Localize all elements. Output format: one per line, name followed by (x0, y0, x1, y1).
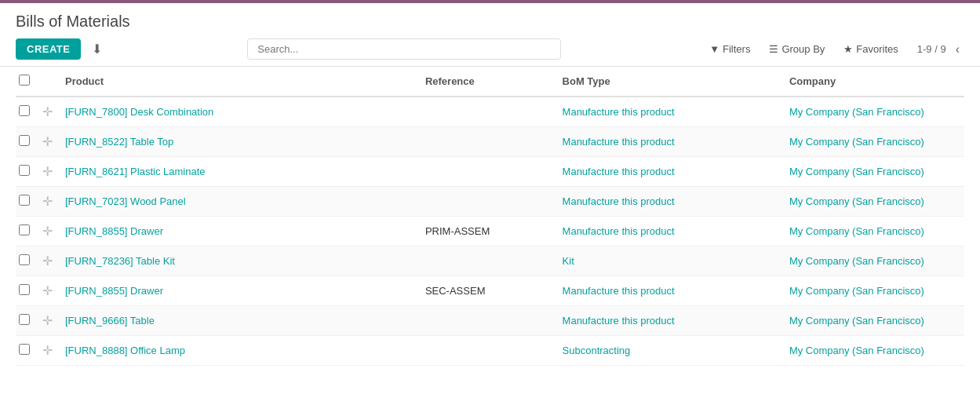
product-link[interactable]: [FURN_7800] Desk Combination (65, 106, 213, 118)
company-cell: My Company (San Francisco) (783, 246, 964, 276)
product-link[interactable]: [FURN_8888] Office Lamp (65, 345, 185, 356)
product-cell: [FURN_8855] Drawer (59, 276, 419, 306)
company-link[interactable]: My Company (San Francisco) (789, 225, 924, 237)
company-link[interactable]: My Company (San Francisco) (789, 166, 924, 177)
groupby-button[interactable]: ☰ Group By (761, 39, 832, 59)
drag-handle[interactable]: ✛ (36, 157, 59, 187)
column-header-reference[interactable]: Reference (419, 67, 556, 97)
company-link[interactable]: My Company (San Francisco) (789, 315, 924, 327)
table-row: ✛ [FURN_7023] Wood Panel Manufacture thi… (16, 187, 964, 217)
row-checkbox[interactable] (19, 254, 30, 265)
row-checkbox[interactable] (19, 105, 30, 116)
drag-handle[interactable]: ✛ (36, 336, 59, 366)
bom-type-cell: Manufacture this product (556, 157, 783, 187)
bom-type-link[interactable]: Manufacture this product (563, 166, 675, 177)
toolbar-left: CREATE ⬇ (16, 38, 107, 60)
groupby-label: Group By (781, 43, 825, 55)
bom-type-link[interactable]: Manufacture this product (563, 195, 675, 207)
row-checkbox-cell (16, 217, 36, 246)
row-checkbox-cell (16, 187, 36, 217)
row-checkbox[interactable] (19, 344, 30, 355)
company-cell: My Company (San Francisco) (783, 217, 964, 246)
product-cell: [FURN_9666] Table (59, 306, 419, 336)
row-checkbox-cell (16, 276, 36, 306)
bom-type-link[interactable]: Manufacture this product (563, 225, 675, 237)
bom-type-cell: Manufacture this product (556, 187, 783, 217)
reference-cell (419, 336, 556, 366)
toolbar: CREATE ⬇ ▼ Filters ☰ Group By ★ Favorite… (16, 38, 964, 60)
row-checkbox-cell (16, 306, 36, 336)
create-button[interactable]: CREATE (16, 38, 81, 60)
bom-type-link[interactable]: Manufacture this product (563, 285, 675, 297)
product-link[interactable]: [FURN_7023] Wood Panel (65, 195, 186, 207)
prev-page-button[interactable]: ‹ (951, 41, 964, 58)
bom-table: Product Reference BoM Type Company ✛ [FU… (16, 67, 964, 366)
bom-type-cell: Subcontracting (556, 336, 783, 366)
company-link[interactable]: My Company (San Francisco) (789, 106, 924, 118)
filters-label: Filters (723, 43, 750, 55)
drag-handle[interactable]: ✛ (36, 217, 59, 246)
row-checkbox[interactable] (19, 224, 30, 235)
reference-cell (419, 157, 556, 187)
bom-type-link[interactable]: Kit (563, 255, 574, 267)
reference-cell (419, 246, 556, 276)
table-row: ✛ [FURN_78236] Table Kit Kit My Company … (16, 246, 964, 276)
pagination-text: 1-9 / 9 (917, 43, 946, 55)
bom-type-cell: Manufacture this product (556, 276, 783, 306)
row-checkbox[interactable] (19, 165, 30, 176)
product-link[interactable]: [FURN_8522] Table Top (65, 136, 173, 148)
bom-type-link[interactable]: Manufacture this product (563, 106, 675, 118)
search-input[interactable] (247, 38, 561, 60)
drag-handle[interactable]: ✛ (36, 276, 59, 306)
product-cell: [FURN_8855] Drawer (59, 217, 419, 246)
row-checkbox[interactable] (19, 284, 30, 295)
bom-type-link[interactable]: Subcontracting (563, 345, 631, 356)
table-header-row: Product Reference BoM Type Company (16, 67, 964, 97)
favorites-button[interactable]: ★ Favorites (836, 39, 905, 59)
bom-type-link[interactable]: Manufacture this product (563, 315, 675, 327)
product-cell: [FURN_7023] Wood Panel (59, 187, 419, 217)
select-all-cell (16, 67, 36, 97)
table-row: ✛ [FURN_8855] Drawer SEC-ASSEM Manufactu… (16, 276, 964, 306)
company-link[interactable]: My Company (San Francisco) (789, 285, 924, 297)
product-cell: [FURN_7800] Desk Combination (59, 97, 419, 127)
product-link[interactable]: [FURN_8621] Plastic Laminate (65, 166, 205, 177)
drag-handle[interactable]: ✛ (36, 97, 59, 127)
table-body: ✛ [FURN_7800] Desk Combination Manufactu… (16, 97, 964, 366)
download-button[interactable]: ⬇ (87, 38, 107, 60)
reference-cell (419, 306, 556, 336)
column-header-bom-type[interactable]: BoM Type (556, 67, 783, 97)
row-checkbox[interactable] (19, 195, 30, 206)
drag-handle[interactable]: ✛ (36, 246, 59, 276)
page-header: Bills of Materials CREATE ⬇ ▼ Filters ☰ … (0, 3, 980, 67)
drag-handle[interactable]: ✛ (36, 127, 59, 157)
groupby-icon: ☰ (769, 43, 778, 55)
pagination: 1-9 / 9 ‹ (917, 41, 964, 58)
company-cell: My Company (San Francisco) (783, 336, 964, 366)
filters-button[interactable]: ▼ Filters (701, 39, 758, 59)
row-checkbox-cell (16, 246, 36, 276)
bom-type-link[interactable]: Manufacture this product (563, 136, 675, 148)
company-link[interactable]: My Company (San Francisco) (789, 255, 924, 267)
column-header-company[interactable]: Company (783, 67, 964, 97)
column-header-product[interactable]: Product (59, 67, 419, 97)
select-all-checkbox[interactable] (19, 75, 30, 86)
row-checkbox[interactable] (19, 135, 30, 146)
drag-handle[interactable]: ✛ (36, 187, 59, 217)
drag-col-header (36, 67, 59, 97)
company-link[interactable]: My Company (San Francisco) (789, 136, 924, 148)
bom-type-cell: Manufacture this product (556, 97, 783, 127)
download-icon: ⬇ (92, 42, 102, 56)
product-link[interactable]: [FURN_78236] Table Kit (65, 255, 175, 267)
product-cell: [FURN_8522] Table Top (59, 127, 419, 157)
product-link[interactable]: [FURN_8855] Drawer (65, 285, 163, 297)
company-link[interactable]: My Company (San Francisco) (789, 345, 924, 356)
company-link[interactable]: My Company (San Francisco) (789, 195, 924, 207)
row-checkbox[interactable] (19, 314, 30, 325)
product-link[interactable]: [FURN_9666] Table (65, 315, 155, 327)
product-cell: [FURN_8621] Plastic Laminate (59, 157, 419, 187)
company-cell: My Company (San Francisco) (783, 276, 964, 306)
favorites-icon: ★ (843, 43, 853, 55)
product-link[interactable]: [FURN_8855] Drawer (65, 225, 163, 237)
drag-handle[interactable]: ✛ (36, 306, 59, 336)
